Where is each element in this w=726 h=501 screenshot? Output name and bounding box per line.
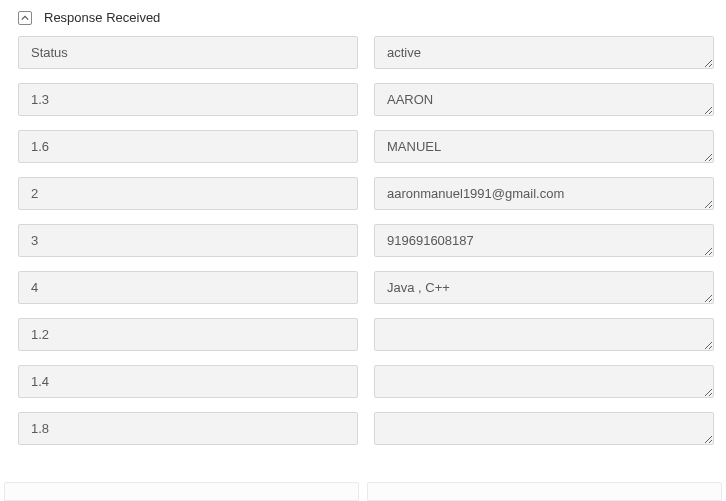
response-row xyxy=(18,177,714,213)
footer-segment-right[interactable] xyxy=(367,482,722,501)
response-row xyxy=(18,318,714,354)
response-value-textarea[interactable] xyxy=(374,130,714,163)
response-key-input[interactable] xyxy=(18,365,358,398)
response-rows-scroll[interactable] xyxy=(0,36,726,471)
response-key-input[interactable] xyxy=(18,36,358,69)
response-key-input[interactable] xyxy=(18,177,358,210)
response-row xyxy=(18,271,714,307)
response-value-textarea[interactable] xyxy=(374,365,714,398)
footer-segment-left[interactable] xyxy=(4,482,359,501)
footer-tabs xyxy=(0,477,726,501)
response-row xyxy=(18,36,714,72)
response-key-input[interactable] xyxy=(18,318,358,351)
collapse-toggle[interactable] xyxy=(18,11,32,25)
response-value-textarea[interactable] xyxy=(374,412,714,445)
response-row xyxy=(18,83,714,119)
response-key-input[interactable] xyxy=(18,130,358,163)
response-panel: Response Received xyxy=(0,0,726,501)
response-value-textarea[interactable] xyxy=(374,83,714,116)
section-header: Response Received xyxy=(0,0,726,37)
response-row xyxy=(18,224,714,260)
chevron-up-icon xyxy=(21,14,29,22)
response-value-textarea[interactable] xyxy=(374,224,714,257)
response-key-input[interactable] xyxy=(18,271,358,304)
response-row xyxy=(18,412,714,448)
response-key-input[interactable] xyxy=(18,224,358,257)
response-value-textarea[interactable] xyxy=(374,177,714,210)
response-key-input[interactable] xyxy=(18,83,358,116)
response-value-textarea[interactable] xyxy=(374,318,714,351)
response-value-textarea[interactable] xyxy=(374,36,714,69)
response-key-input[interactable] xyxy=(18,412,358,445)
section-title: Response Received xyxy=(44,10,160,25)
response-value-textarea[interactable] xyxy=(374,271,714,304)
response-row xyxy=(18,365,714,401)
response-row xyxy=(18,130,714,166)
